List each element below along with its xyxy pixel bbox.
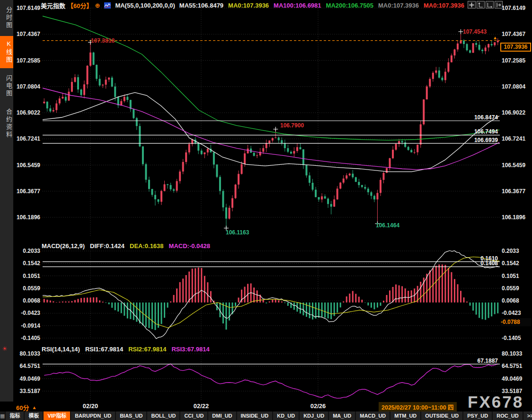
bottom-tab-MTM_UD[interactable]: MTM_UD <box>390 411 420 420</box>
axis-label: 106.7241 <box>12 135 40 142</box>
rsi-name: RSI(14,14,14) <box>42 346 80 353</box>
axis-label: 106.1896 <box>12 214 40 221</box>
axis-label: 106.5459 <box>12 162 40 169</box>
session-time-label: 2025/02/27 10:00~11:00 四 <box>379 402 457 412</box>
bottom-tab-MACD_UD[interactable]: MACD_UD <box>356 411 390 420</box>
link-plus-icon[interactable]: ⊕ <box>95 2 100 9</box>
rsi3-value: RSI3:67.9814 <box>171 346 209 353</box>
bottom-tab-KD_UD[interactable]: KD_UD <box>273 411 299 420</box>
alert-sun-icon[interactable]: ☀ <box>2 345 8 352</box>
period-selector[interactable]: 60分 ▲ <box>16 403 36 412</box>
bottom-tab-PSY_UD[interactable]: PSY_UD <box>463 411 492 420</box>
bottom-tab-VIP指标[interactable]: VIP指标 <box>44 411 70 420</box>
axis-label: 0.1542 <box>502 260 531 267</box>
ma-legend-item: MA0:107.3936 <box>424 2 464 9</box>
bottom-tab-OUTSIDE_UD[interactable]: OUTSIDE_UD <box>421 411 462 420</box>
x-axis-date-label: 02/20 <box>83 402 98 410</box>
hline-value-label: 0.1408 <box>455 260 498 267</box>
bottom-tab-BARUPDN_UD[interactable]: BARUPDN_UD <box>71 411 115 420</box>
axis-label: 64.5751 <box>12 363 40 369</box>
app-window: 分时图K线图闪电图合约资料 美元指数 【60分】 ⊕ MA(55,0,100,2… <box>0 0 532 420</box>
chart-toolbar <box>468 1 503 9</box>
axis-label: 106.3677 <box>502 188 531 195</box>
sidebar-tab-4[interactable]: 合约资料 <box>0 104 13 143</box>
chart-type-icon[interactable] <box>104 2 111 9</box>
axis-label: 0.0068 <box>12 297 40 304</box>
axis-label: 0.1051 <box>502 273 531 279</box>
main-chart-legend: 美元指数 【60分】 ⊕ MA(55,0,100,200,0,0) MA55:1… <box>41 1 464 10</box>
axis-label: 107.4367 <box>502 31 531 37</box>
axis-label: 106.9022 <box>502 109 531 116</box>
macd-diff-value: DIFF:0.1424 <box>90 242 124 250</box>
sidebar-tab-2[interactable]: K线图 <box>0 36 13 68</box>
sidebar-tab-3[interactable]: 闪电图 <box>0 71 13 102</box>
hline-value-label: 67.1887 <box>455 357 498 364</box>
bottom-tab-BIAS_UD[interactable]: BIAS_UD <box>116 411 146 420</box>
ma-legend-item: MA0:107.3936 <box>228 2 269 9</box>
axis-label: -0.0914 <box>12 322 40 329</box>
x-axis-date-label: 02/26 <box>310 402 326 410</box>
axis-label: 0.0559 <box>12 285 40 292</box>
sidebar: 分时图K线图闪电图合约资料 <box>0 0 13 402</box>
axis-label: 106.5459 <box>502 162 531 169</box>
axis-label: 0.2033 <box>502 248 531 254</box>
axis-label: 0.0068 <box>502 297 531 304</box>
tabbar-menu-icon[interactable]: ▦ <box>0 411 5 420</box>
axis-label: 106.7241 <box>502 135 531 142</box>
hline-value-label: 106.8474 <box>455 114 498 121</box>
ma-legend-item: MA55:106.8479 <box>179 2 223 9</box>
sidebar-tab-1[interactable]: 分时图 <box>0 2 13 34</box>
axis-label: 107.2585 <box>12 57 40 64</box>
axis-label: 107.0804 <box>12 83 40 90</box>
ma-settings: MA(55,0,100,200,0,0) <box>115 2 175 9</box>
axis-label: 106.3677 <box>12 188 40 195</box>
axis-label: 80.1033 <box>502 350 531 357</box>
bottom-tab-DMI_UD[interactable]: DMI_UD <box>208 411 236 420</box>
axis-label: 107.2585 <box>502 57 531 64</box>
bottom-tab-BOLL_UD[interactable]: BOLL_UD <box>147 411 179 420</box>
axis-label: 106.9022 <box>12 109 40 116</box>
bottom-tab-KDJ_UD[interactable]: KDJ_UD <box>300 411 328 420</box>
bottom-tab-指标[interactable]: 指标 <box>6 411 24 420</box>
bottom-tab-CCI_UD[interactable]: CCI_UD <box>180 411 207 420</box>
zoom-axis-icon[interactable] <box>477 1 485 9</box>
axis-label: 0.2033 <box>12 248 40 254</box>
axis-label: 0.0559 <box>502 285 531 292</box>
axis-label: 107.6149 <box>502 5 531 11</box>
axis-label: 80.1033 <box>12 350 40 357</box>
hline-value-label: 106.7494 <box>455 128 498 135</box>
bottom-tab-MA_UD[interactable]: MA_UD <box>329 411 355 420</box>
price-extreme-label: 107.4543 <box>463 28 487 35</box>
bottom-tab-ROC_UD[interactable]: ROC_UD <box>493 411 522 420</box>
macd-dea-value: DEA:0.1638 <box>130 242 164 250</box>
axis-label: 49.0469 <box>12 375 40 382</box>
axis-label: -0.0423 <box>502 310 531 316</box>
bottom-tab->>[interactable]: >> <box>523 411 532 420</box>
macd-legend: MACD(26,12,9) DIFF:0.1424 DEA:0.1638 MAC… <box>42 242 210 250</box>
axis-label: 106.1896 <box>502 214 531 221</box>
axis-label: 33.5187 <box>12 388 40 394</box>
ma-values: MA55:106.8479MA0:107.3936MA100:106.6981M… <box>179 2 464 9</box>
axis-label: 107.4367 <box>12 31 40 37</box>
price-extreme-label: 106.1464 <box>376 222 399 229</box>
rsi-legend: RSI(14,14,14) RSI1:67.9814 RSI2:67.9814 … <box>42 346 210 353</box>
rsi1-value: RSI1:67.9814 <box>85 346 123 353</box>
axis-label: -0.1405 <box>502 335 531 341</box>
period-label[interactable]: 【60分】 <box>67 1 92 10</box>
axis-label: 107.6149 <box>12 5 40 11</box>
pan-axis-icon[interactable] <box>486 1 494 9</box>
bottom-tab-INSIDE_UD[interactable]: INSIDE_UD <box>237 411 273 420</box>
price-tag-arrow-icon: ▲ <box>493 35 497 40</box>
ma-legend-item: MA100:106.6981 <box>274 2 321 9</box>
rsi2-value: RSI2:67.9814 <box>128 346 166 353</box>
bottom-tab-模板[interactable]: 模板 <box>25 411 43 420</box>
period-up-arrow-icon: ▲ <box>32 405 36 410</box>
price-extreme-label: 106.7900 <box>280 122 304 129</box>
chart-canvas[interactable] <box>0 0 532 420</box>
ma-legend-item: MA200:106.7505 <box>326 2 373 9</box>
x-axis-date-label: 02/22 <box>194 402 209 410</box>
ma-legend-item: MA0:107.3936 <box>378 2 419 9</box>
hline-value-label: 106.6939 <box>455 137 498 143</box>
brand-watermark: FX678 <box>468 393 523 411</box>
move-tool-icon[interactable] <box>468 1 476 9</box>
